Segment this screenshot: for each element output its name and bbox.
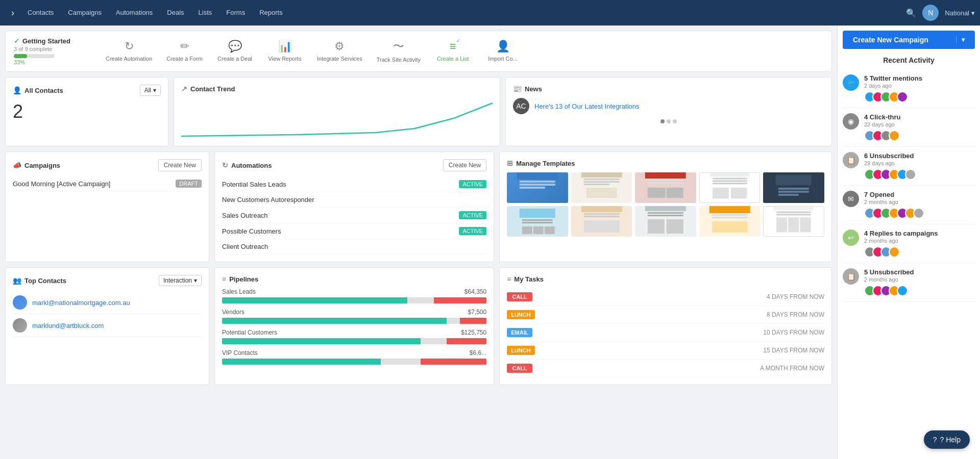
nav-contacts[interactable]: Contacts (20, 0, 61, 26)
task-item-5[interactable]: CALL A MONTH FROM NOW (507, 360, 824, 377)
news-link[interactable]: Here's 13 of Our Latest Integrations (534, 103, 640, 110)
create-form-label: Create a Form (166, 55, 203, 62)
sidebar: Create New Campaign ▾ Recent Activity 🐦 … (837, 26, 980, 459)
help-button[interactable]: ? ? Help (924, 430, 970, 449)
gs-step-create-deal[interactable]: 💬 Create a Deal (217, 40, 253, 62)
svg-rect-21 (731, 188, 747, 198)
pipeline-amount-2: $7,500 (468, 309, 486, 316)
search-icon[interactable]: 🔍 (906, 8, 916, 18)
progress-percent: 33% (14, 59, 95, 65)
svg-rect-23 (776, 175, 812, 185)
automations-create-new-button[interactable]: Create New (443, 159, 486, 171)
activity-time-5: 2 months ago (864, 238, 975, 244)
auto-item-3[interactable]: Sales Outreach ACTIVE (222, 208, 486, 223)
getting-started-bar: ✓ Getting Started 3 of 9 complete 33% ↻ … (5, 31, 832, 72)
gs-step-integrate-services[interactable]: ⚙ Integrate Services (317, 40, 362, 62)
template-8[interactable] (635, 206, 696, 237)
activity-avatars-4 (864, 208, 975, 219)
task-item-2[interactable]: LUNCH 8 DAYS FROM NOW (507, 306, 824, 324)
progress-fill (14, 54, 27, 58)
svg-rect-41 (648, 219, 665, 234)
activity-item-6[interactable]: 📋 5 Unsubscribed 2 months ago (843, 263, 975, 302)
activity-item-2[interactable]: ◉ 4 Click-thru 22 days ago (843, 108, 975, 147)
news-dot-1[interactable] (660, 119, 665, 123)
pipeline-red-1 (434, 297, 487, 303)
org-selector[interactable]: National ▾ (945, 9, 975, 17)
gs-step-import[interactable]: 👤 Import Co... (485, 40, 521, 62)
pipeline-green-1 (222, 297, 407, 303)
template-7[interactable] (571, 206, 632, 237)
task-item-1[interactable]: CALL 4 DAYS FROM NOW (507, 288, 824, 306)
gs-step-track-site[interactable]: 〜 Track Site Activity (377, 39, 421, 63)
contact-email-1[interactable]: markl@nationalmortgage.com.au (32, 299, 130, 307)
campaign-name: Good Morning [Active Campaign] (13, 180, 110, 188)
news-item[interactable]: AC Here's 13 of Our Latest Integrations (513, 98, 824, 114)
tasks-icon: ≡ (507, 275, 511, 283)
news-dot-3[interactable] (673, 119, 677, 123)
contacts-filter[interactable]: All ▾ (140, 85, 161, 96)
activity-info-1: 5 Twitter mentions 2 days ago (864, 74, 975, 103)
template-3[interactable] (635, 172, 696, 203)
auto-item-4[interactable]: Possible Customers ACTIVE (222, 223, 486, 239)
interaction-filter[interactable]: Interaction ▾ (159, 275, 202, 286)
pipeline-item-4: VIP Contacts $6,6... (222, 349, 486, 365)
pipeline-red-4 (421, 359, 487, 365)
template-9[interactable] (699, 206, 761, 237)
gs-step-create-list[interactable]: ≡✓ Create a List (435, 40, 471, 62)
template-6[interactable] (507, 206, 568, 237)
activity-item-1[interactable]: 🐦 5 Twitter mentions 2 days ago (843, 69, 975, 108)
contact-email-2[interactable]: marklund@artbluck.com (32, 322, 104, 329)
svg-rect-17 (713, 178, 747, 180)
nav-toggle-button[interactable]: › (5, 8, 20, 18)
task-item-3[interactable]: EMAIL 10 DAYS FROM NOW (507, 324, 824, 342)
template-10[interactable] (763, 206, 824, 237)
svg-rect-13 (648, 182, 683, 184)
gs-step-create-automation[interactable]: ↻ Create Automation (106, 40, 152, 62)
svg-rect-52 (800, 217, 811, 232)
template-2[interactable] (571, 172, 632, 203)
activity-time-6: 2 months ago (864, 276, 975, 283)
nav-forms[interactable]: Forms (219, 0, 252, 26)
auto-item-1[interactable]: Potential Sales Leads ACTIVE (222, 176, 486, 192)
campaigns-create-new-button[interactable]: Create New (158, 159, 202, 171)
nav-deals[interactable]: Deals (160, 0, 191, 26)
svg-rect-3 (520, 181, 555, 183)
activity-time-4: 2 months ago (864, 199, 975, 205)
campaign-item-1[interactable]: Good Morning [Active Campaign] DRAFT (13, 176, 202, 191)
gs-step-create-form[interactable]: ✏ Create a Form (166, 40, 203, 62)
auto-item-5[interactable]: Client Outreach (222, 239, 486, 254)
nav-campaigns[interactable]: Campaigns (61, 0, 109, 26)
activity-item-5[interactable]: ↩ 4 Replies to campaigns 2 months ago (843, 224, 975, 263)
template-5[interactable] (763, 172, 824, 203)
import-label: Import Co... (488, 55, 517, 62)
auto-badge-3: ACTIVE (459, 211, 486, 219)
contact-item-2[interactable]: marklund@artbluck.com (13, 314, 202, 337)
task-item-4[interactable]: LUNCH 15 DAYS FROM NOW (507, 342, 824, 360)
pipeline-item-3: Potential Customers $125,750 (222, 329, 486, 344)
svg-rect-5 (520, 187, 545, 189)
template-4[interactable] (699, 172, 761, 203)
getting-started-progress-text: 3 of 9 complete (14, 46, 95, 52)
activity-item-4[interactable]: ✉ 7 Opened 2 months ago (843, 186, 975, 224)
activity-time-2: 22 days ago (864, 121, 975, 128)
campaign-badge-draft: DRAFT (176, 180, 202, 188)
nav-reports[interactable]: Reports (252, 0, 290, 26)
task-badge-5: CALL (507, 364, 532, 373)
row-3: 👥 Top Contacts Interaction ▾ markl@natio… (5, 267, 832, 385)
svg-rect-47 (774, 207, 814, 211)
manage-templates-card: ⊞ Manage Templates (499, 151, 832, 262)
nav-automations[interactable]: Automations (109, 0, 160, 26)
help-icon: ? (933, 436, 937, 444)
auto-item-2[interactable]: New Customers Autoresponder (222, 192, 486, 208)
activity-label-5: 4 Replies to campaigns (864, 230, 975, 237)
template-1[interactable] (507, 172, 568, 203)
activity-item-3[interactable]: 📋 6 Unsubscribed 29 days ago (843, 147, 975, 186)
activity-info-5: 4 Replies to campaigns 2 months ago (864, 230, 975, 258)
avatar[interactable]: N (922, 5, 939, 21)
gs-step-view-reports[interactable]: 📊 View Reports (267, 40, 303, 62)
create-new-campaign-button[interactable]: Create New Campaign ▾ (843, 31, 975, 49)
contact-item-1[interactable]: markl@nationalmortgage.com.au (13, 291, 202, 314)
news-dot-2[interactable] (667, 119, 671, 123)
svg-rect-33 (545, 226, 555, 234)
nav-lists[interactable]: Lists (191, 0, 219, 26)
